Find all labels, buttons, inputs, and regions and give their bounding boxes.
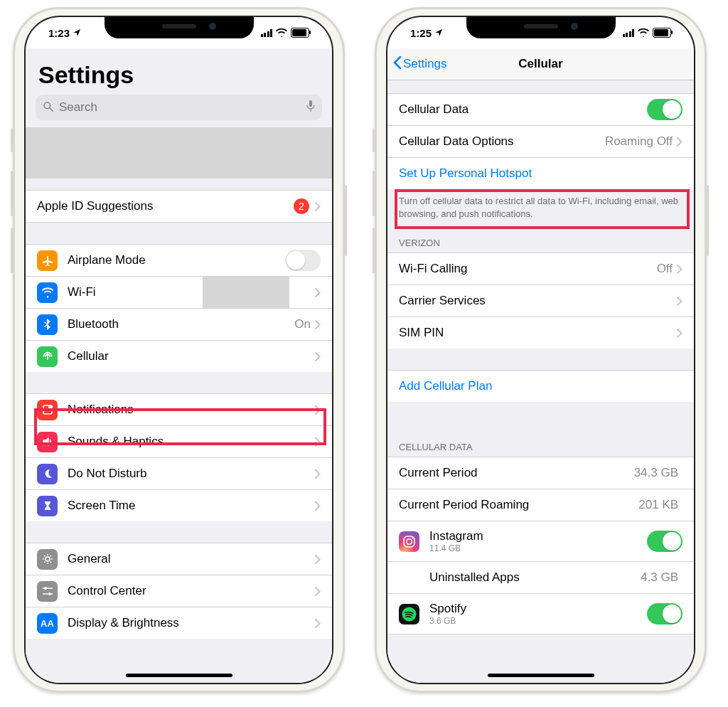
status-time: 1:23 [48,27,70,39]
row-label: Cellular Data Options [399,134,605,149]
app-row-uninstalled-apps[interactable]: Uninstalled Apps4.3 GB [387,562,694,594]
notch [105,17,254,38]
status-time: 1:25 [410,27,432,39]
app-toggle[interactable] [647,603,682,624]
settings-row-airplane-mode[interactable]: Airplane Mode [26,244,332,277]
settings-row-screen-time[interactable]: Screen Time [26,490,332,521]
cellular-data-row[interactable]: Cellular Data [387,93,694,126]
chevron-right-icon [315,202,321,211]
chevron-right-icon [677,137,682,147]
carrier-row-sim-pin[interactable]: SIM PIN [387,317,694,349]
settings-row-bluetooth[interactable]: BluetoothOn [26,309,332,341]
wifi-icon [37,282,58,303]
gear-icon [37,549,58,570]
chevron-right-icon [315,501,321,511]
svg-point-5 [48,405,53,409]
chevron-right-icon [677,297,682,306]
svg-point-0 [44,102,50,109]
chevron-right-icon [677,329,682,338]
row-label: Current Period Roaming [399,498,638,512]
notification-badge: 2 [294,198,309,214]
toggle[interactable] [285,250,321,271]
cellular-signal-icon [261,29,273,37]
row-value: On [294,317,311,331]
chevron-right-icon [315,619,321,628]
settings-row-notifications[interactable]: Notifications [26,393,332,426]
chevron-right-icon [677,265,682,274]
row-label: Bluetooth [68,317,294,331]
search-input[interactable] [58,100,302,115]
value-redacted [203,277,289,308]
notify-icon [37,400,58,420]
row-label: Carrier Services [399,294,677,308]
cellular-data-options-row[interactable]: Cellular Data Options Roaming Off [387,126,694,158]
carrier-row-carrier-services[interactable]: Carrier Services [387,285,694,317]
usage-row-current-period: Current Period34.3 GB [387,457,694,489]
cellular-signal-icon [623,29,635,37]
apple-id-suggestions-row[interactable]: Apple ID Suggestions 2 [26,190,332,223]
app-usage: 11.4 GB [429,543,647,553]
settings-row-control-center[interactable]: Control Center [26,575,332,607]
section-header-verizon: VERIZON [387,226,694,253]
app-usage: 3.6 GB [429,616,647,626]
chevron-right-icon [315,469,321,479]
battery-icon [291,28,309,38]
row-value: 4.3 GB [641,570,678,585]
sounds-icon [37,432,58,452]
row-label: Uninstalled Apps [429,570,641,585]
row-label: SIM PIN [399,326,677,340]
row-label: Airplane Mode [68,253,285,267]
chevron-right-icon [315,587,321,596]
svg-point-6 [46,557,50,561]
section-footer-note: Turn off cellular data to restrict all d… [387,189,694,226]
row-value: 34.3 GB [634,466,678,480]
chevron-left-icon [393,55,402,73]
row-label: General [68,552,315,566]
app-name: Spotify [429,602,647,616]
settings-row-general[interactable]: General [26,543,332,575]
settings-row-sounds-haptics[interactable]: Sounds & Haptics [26,426,332,458]
back-label: Settings [403,57,446,71]
row-value: Roaming Off [605,134,673,149]
row-value: Off [657,262,673,276]
home-indicator[interactable] [126,674,232,677]
settings-row-display-brightness[interactable]: AADisplay & Brightness [26,607,332,639]
profile-block-redacted [26,127,332,179]
back-button[interactable]: Settings [393,55,446,73]
location-icon [434,28,443,37]
row-label: Screen Time [68,499,315,513]
row-label: Set Up Personal Hotspot [399,166,682,181]
home-indicator[interactable] [488,674,594,677]
row-label: Current Period [399,466,634,480]
app-name: Instagram [429,529,647,543]
chevron-right-icon [315,288,321,297]
aa-icon: AA [37,613,58,634]
chevron-right-icon [315,352,321,361]
bluetooth-icon [37,314,58,335]
set-up-hotspot-row[interactable]: Set Up Personal Hotspot [387,158,694,189]
location-icon [73,28,81,37]
row-label: Display & Brightness [68,616,315,630]
row-label: Do Not Disturb [68,467,315,481]
app-toggle[interactable] [647,531,682,552]
settings-row-do-not-disturb[interactable]: Do Not Disturb [26,458,332,490]
carrier-row-wi-fi-calling[interactable]: Wi-Fi CallingOff [387,253,694,285]
search-field[interactable] [36,95,322,120]
row-label: Notifications [68,403,315,417]
add-cellular-plan-row[interactable]: Add Cellular Plan [387,370,694,402]
chevron-right-icon [315,437,321,447]
screen-left: 1:23 Settings Apple [26,17,332,683]
wifi-icon [276,28,287,37]
settings-row-cellular[interactable]: Cellular [26,341,332,372]
airplane-icon [37,250,58,271]
dictation-icon[interactable] [306,100,315,115]
row-label: Cellular [68,349,315,363]
instagram-icon [399,531,419,552]
row-label: Cellular Data [399,102,647,117]
app-row-spotify[interactable]: Spotify3.6 GB [387,594,694,634]
phone-frame-left: 1:23 Settings Apple [13,7,345,693]
settings-row-wi-fi[interactable]: Wi-Fi [26,277,332,309]
app-row-instagram[interactable]: Instagram11.4 GB [387,521,694,562]
row-label: Sounds & Haptics [68,435,315,449]
cellular-data-toggle[interactable] [647,99,682,120]
